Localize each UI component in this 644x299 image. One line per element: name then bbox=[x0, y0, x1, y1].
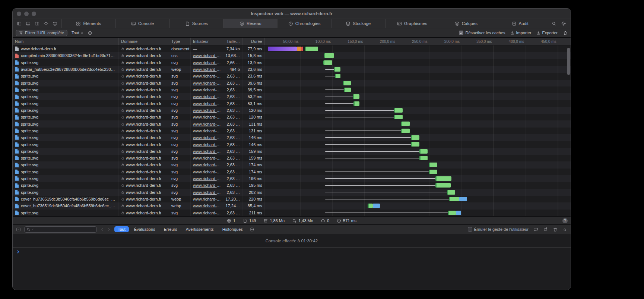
tab-network[interactable]: Réseau bbox=[223, 19, 277, 28]
initiator-link[interactable]: www.richard-d… bbox=[193, 176, 222, 181]
network-request-row[interactable]: avatar_hu85ecc3e298728880b0bde2dcc4e5c23… bbox=[13, 66, 571, 73]
network-request-row[interactable]: sprite.svgwww.richard-dern.frsvgwww.rich… bbox=[13, 93, 571, 100]
initiator-link[interactable]: www.richard-d… bbox=[193, 74, 222, 78]
dock-bottom-icon[interactable] bbox=[26, 21, 31, 26]
filter-options-icon[interactable] bbox=[88, 31, 92, 35]
tab-sources[interactable]: Sources bbox=[170, 19, 224, 28]
console-messages-icon[interactable] bbox=[533, 227, 538, 232]
import-button[interactable]: Importer bbox=[510, 31, 531, 35]
initiator-link[interactable]: www.richard-d… bbox=[193, 190, 222, 195]
minimize-window-button[interactable] bbox=[24, 12, 29, 16]
console-tab-avertissements[interactable]: Avertissements bbox=[183, 226, 217, 232]
console-tab-erreurs[interactable]: Erreurs bbox=[161, 226, 181, 232]
network-request-row[interactable]: sprite.svgwww.richard-dern.frsvgwww.rich… bbox=[13, 148, 571, 155]
network-request-row[interactable]: sprite.svgwww.richard-dern.frsvgwww.rich… bbox=[13, 86, 571, 93]
column-header-taille[interactable]: Taille… bbox=[224, 38, 242, 45]
tab-graphics[interactable]: Graphismes bbox=[386, 19, 440, 28]
network-request-row[interactable]: sprite.svgwww.richard-dern.frsvgwww.rich… bbox=[13, 73, 571, 79]
network-request-row[interactable]: sprite.svgwww.richard-dern.frsvgwww.rich… bbox=[13, 100, 571, 107]
network-request-row[interactable]: sprite.svgwww.richard-dern.frsvgwww.rich… bbox=[13, 128, 571, 134]
console-prompt[interactable] bbox=[13, 248, 571, 256]
search-icon[interactable] bbox=[552, 21, 556, 26]
network-request-row[interactable]: sprite.svgwww.richard-dern.frsvgwww.rich… bbox=[13, 141, 571, 148]
initiator-link[interactable]: www.richard-d… bbox=[193, 60, 222, 65]
network-request-row[interactable]: sprite.svgwww.richard-dern.frsvgwww.rich… bbox=[13, 169, 571, 175]
emulate-user-gesture-checkbox[interactable]: Émuler le geste de l'utilisateur bbox=[468, 227, 529, 232]
network-request-row[interactable]: sprite.svgwww.richard-dern.frsvgwww.rich… bbox=[13, 80, 571, 86]
initiator-link[interactable]: www.richard-d… bbox=[193, 142, 222, 147]
initiator-link[interactable]: www.richard-d… bbox=[193, 211, 222, 215]
export-button[interactable]: Exporter bbox=[536, 31, 558, 35]
url-filter-field[interactable]: Filtrer l'URL complète bbox=[16, 30, 67, 36]
console-search-field[interactable] bbox=[24, 226, 97, 233]
console-tab-historiques[interactable]: Historiques bbox=[219, 226, 246, 232]
initiator-link[interactable]: www.richard-d… bbox=[193, 53, 222, 58]
initiator-link[interactable]: www.richard-d… bbox=[193, 183, 222, 188]
dock-side-left-icon[interactable] bbox=[17, 21, 22, 26]
zoom-window-button[interactable] bbox=[32, 12, 36, 16]
console-scope-icon[interactable] bbox=[16, 227, 21, 232]
initiator-link[interactable]: www.richard-d… bbox=[193, 108, 222, 113]
column-header-domaine[interactable]: Domaine bbox=[119, 38, 169, 45]
network-request-row[interactable]: cover_hu736519dc3b5040cfa48b6b559b6de6ec… bbox=[13, 196, 571, 202]
collapse-console-icon[interactable] bbox=[562, 227, 567, 232]
resource-type-dropdown[interactable]: Tout bbox=[72, 31, 83, 35]
network-request-row[interactable]: sprite.svgwww.richard-dern.frsvgwww.rich… bbox=[13, 182, 571, 189]
device-icon[interactable] bbox=[53, 21, 57, 26]
help-button[interactable]: ? bbox=[562, 218, 568, 223]
initiator-link[interactable]: www.richard-d… bbox=[193, 88, 222, 92]
network-request-row[interactable]: sprite.svgwww.richard-dern.frsvgwww.rich… bbox=[13, 175, 571, 182]
initiator-link[interactable]: www.richard-d… bbox=[193, 129, 222, 133]
network-request-row[interactable]: sprite.svgwww.richard-dern.frsvgwww.rich… bbox=[13, 189, 571, 196]
network-request-row[interactable]: cover_hu736519dc3b5040cfa48b6b559b6de6ec… bbox=[13, 202, 571, 209]
element-picker-icon[interactable] bbox=[44, 21, 48, 26]
waterfall-cell bbox=[265, 45, 571, 52]
previous-result-icon[interactable] bbox=[100, 227, 104, 232]
initiator-link[interactable]: www.richard-d… bbox=[193, 94, 222, 99]
initiator-link[interactable]: www.richard-d… bbox=[193, 81, 222, 85]
initiator-link[interactable]: www.richard-d… bbox=[193, 101, 222, 106]
network-request-row[interactable]: sprite.svgwww.richard-dern.frsvgwww.rich… bbox=[13, 161, 571, 168]
initiator-link[interactable]: www.richard-d… bbox=[193, 67, 222, 72]
network-request-row[interactable]: sprite.svgwww.richard-dern.frsvgwww.rich… bbox=[13, 155, 571, 161]
initiator-link[interactable]: www.richard-d… bbox=[193, 197, 222, 201]
clear-network-trash-icon[interactable] bbox=[563, 31, 568, 35]
tab-timelines[interactable]: Chronologies bbox=[277, 19, 331, 28]
initiator-link[interactable]: www.richard-d… bbox=[193, 149, 222, 154]
console-tab-tout[interactable]: Tout bbox=[114, 226, 129, 232]
column-header-duree[interactable]: Durée bbox=[242, 38, 265, 45]
tab-elements[interactable]: Éléments bbox=[62, 19, 116, 28]
clear-on-reload-icon[interactable] bbox=[543, 227, 548, 232]
close-window-button[interactable] bbox=[17, 12, 21, 16]
network-request-row[interactable]: sprite.svgwww.richard-dern.frsvgwww.rich… bbox=[13, 59, 571, 66]
network-request-row[interactable]: sprite.svgwww.richard-dern.frsvgwww.rich… bbox=[13, 107, 571, 114]
window-titlebar[interactable]: Inspecteur web — www.richard-dern.fr bbox=[13, 9, 571, 19]
column-header-initiateur[interactable]: Initiateur bbox=[191, 38, 224, 45]
network-request-row[interactable]: sprite.svgwww.richard-dern.frsvgwww.rich… bbox=[13, 134, 571, 141]
column-header-nom[interactable]: Nom bbox=[13, 38, 119, 45]
initiator-link[interactable]: www.richard-d… bbox=[193, 170, 222, 174]
tab-storage[interactable]: Stockage bbox=[331, 19, 386, 28]
tab-console[interactable]: Console bbox=[116, 19, 170, 28]
initiator-link[interactable]: www.richard-d… bbox=[193, 135, 222, 140]
dock-side-right-icon[interactable] bbox=[35, 21, 39, 26]
settings-gear-icon[interactable] bbox=[561, 21, 566, 26]
clear-console-trash-icon[interactable] bbox=[553, 227, 558, 232]
tab-audit[interactable]: Audit bbox=[493, 19, 547, 28]
column-header-type[interactable]: Type bbox=[169, 38, 191, 45]
initiator-link[interactable]: www.richard-d… bbox=[193, 163, 222, 167]
network-request-row[interactable]: sprite.svgwww.richard-dern.frsvgwww.rich… bbox=[13, 114, 571, 120]
next-result-icon[interactable] bbox=[107, 227, 111, 232]
console-tab-évaluations[interactable]: Évaluations bbox=[131, 226, 159, 232]
console-filter-options-icon[interactable] bbox=[250, 227, 254, 232]
network-request-row[interactable]: sprite.svgwww.richard-dern.frsvgwww.rich… bbox=[13, 210, 571, 216]
network-request-row[interactable]: www.richard-dern.frwww.richard-dern.frdo… bbox=[13, 45, 571, 52]
initiator-link[interactable]: www.richard-d… bbox=[193, 122, 222, 126]
network-request-row[interactable]: sprite.svgwww.richard-dern.frsvgwww.rich… bbox=[13, 120, 571, 127]
initiator-link[interactable]: www.richard-d… bbox=[193, 115, 222, 119]
initiator-link[interactable]: www.richard-d… bbox=[193, 156, 222, 160]
network-request-row[interactable]: compiled.min.38390909f303624ed9e1cf1bd3f… bbox=[13, 52, 571, 59]
initiator-link[interactable]: www.richard-d… bbox=[193, 204, 222, 208]
disable-caches-checkbox[interactable]: Désactiver les caches bbox=[459, 31, 505, 35]
tab-layers[interactable]: Calques bbox=[439, 19, 493, 28]
